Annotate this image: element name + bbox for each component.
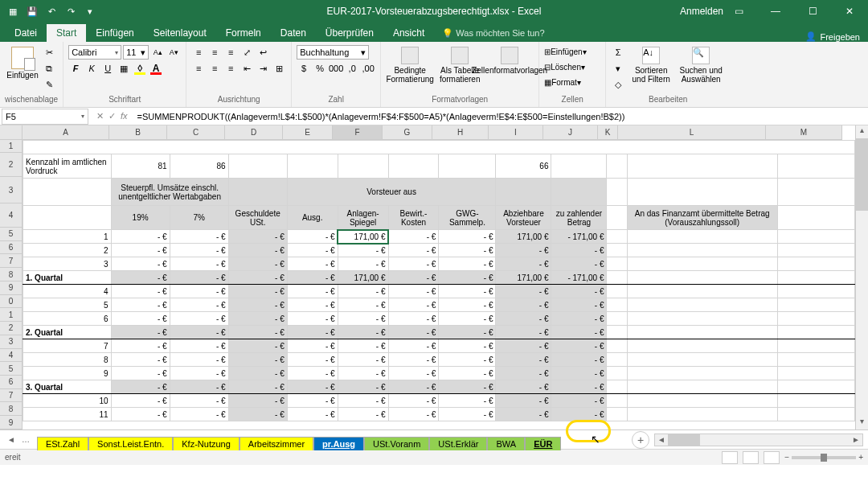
- name-box[interactable]: F5▾: [2, 109, 88, 125]
- fill-icon[interactable]: ▾: [611, 61, 625, 76]
- cell[interactable]: 1. Quartal: [23, 271, 112, 285]
- scroll-left-icon[interactable]: ◄: [655, 435, 668, 444]
- align-bottom-icon[interactable]: ≡: [223, 45, 238, 60]
- tab-einfuegen[interactable]: Einfügen: [86, 24, 143, 42]
- sheet-tab-ustvoranm[interactable]: USt.Voranm: [364, 437, 429, 450]
- font-size-select[interactable]: 11▾: [123, 45, 149, 60]
- zoom-slider[interactable]: [792, 456, 856, 459]
- cell[interactable]: 3. Quartal: [23, 380, 112, 394]
- delete-cells-button[interactable]: ⊟ Löschen ▾: [544, 60, 600, 74]
- align-top-icon[interactable]: ≡: [191, 45, 206, 60]
- col-header[interactable]: H: [432, 125, 489, 140]
- row-header[interactable]: 9: [0, 416, 23, 429]
- fx-icon[interactable]: fx: [121, 111, 128, 121]
- increase-indent-icon[interactable]: ⇥: [256, 61, 270, 76]
- align-center-icon[interactable]: ≡: [207, 61, 222, 76]
- sheet-tab-kfznutzung[interactable]: Kfz-Nutzung: [173, 437, 240, 450]
- row-header[interactable]: 2: [0, 153, 23, 177]
- row-header[interactable]: 8: [0, 402, 23, 416]
- sheet-tab-er[interactable]: EÜR: [525, 437, 561, 450]
- sheet-tab-bwa[interactable]: BWA: [487, 437, 525, 450]
- ribbon-options-icon[interactable]: ▭: [720, 0, 757, 23]
- row-header[interactable]: 7: [0, 254, 23, 268]
- sheet-tab-sonstleistentn[interactable]: Sonst.Leist.Entn.: [88, 437, 173, 450]
- cut-icon[interactable]: ✂: [42, 45, 56, 60]
- row-header[interactable]: 3: [0, 335, 23, 349]
- row-header[interactable]: 2: [0, 322, 23, 335]
- cell[interactable]: GWG-Sammelp.: [439, 206, 496, 230]
- currency-icon[interactable]: $: [297, 61, 311, 76]
- merge-icon[interactable]: ⊞: [272, 61, 286, 76]
- autosum-icon[interactable]: Σ: [611, 45, 625, 60]
- cell[interactable]: An das Finanzamt übermittelte Betrag (Vo…: [627, 206, 777, 230]
- zoom-in-icon[interactable]: +: [858, 453, 863, 462]
- row-header[interactable]: 6: [0, 376, 23, 389]
- thousands-icon[interactable]: 000: [329, 61, 343, 76]
- row-header[interactable]: 0: [0, 295, 23, 309]
- italic-button[interactable]: K: [84, 61, 99, 76]
- cell[interactable]: Geschuldete USt.: [228, 206, 287, 230]
- active-cell[interactable]: 171,00 €: [338, 230, 388, 244]
- col-header[interactable]: M: [766, 125, 842, 140]
- find-select-button[interactable]: 🔍Suchen und Auswählen: [677, 43, 725, 95]
- cell[interactable]: Bewirt.-Kosten: [388, 206, 439, 230]
- scroll-right-icon[interactable]: ►: [850, 435, 862, 444]
- scroll-thumb[interactable]: [856, 138, 868, 211]
- cell[interactable]: zu zahlender Betrag: [551, 206, 607, 230]
- row-header[interactable]: 9: [0, 281, 23, 295]
- tab-daten[interactable]: Daten: [271, 24, 316, 42]
- paste-button[interactable]: Einfügen: [5, 43, 40, 95]
- underline-button[interactable]: U: [100, 61, 115, 76]
- decrease-font-icon[interactable]: A▾: [166, 45, 181, 60]
- sheet-tab-arbeitszimmer[interactable]: Arbeitszimmer: [240, 437, 313, 450]
- tab-ansicht[interactable]: Ansicht: [383, 24, 434, 42]
- row-header[interactable]: 7: [0, 389, 23, 403]
- cell[interactable]: Anlagen-Spiegel: [338, 206, 388, 230]
- align-left-icon[interactable]: ≡: [191, 61, 206, 76]
- redo-icon[interactable]: ↷: [63, 3, 79, 19]
- page-layout-view-icon[interactable]: [743, 451, 759, 464]
- cells-table[interactable]: Kennzahl im amtlichen Vordruck818666 Ste…: [23, 140, 855, 421]
- sign-in-link[interactable]: Anmelden: [680, 6, 723, 17]
- cell[interactable]: 19%: [111, 206, 170, 230]
- tab-nav-prev-icon[interactable]: …: [19, 435, 32, 444]
- insert-cells-button[interactable]: ⊞ Einfügen ▾: [544, 45, 600, 59]
- align-right-icon[interactable]: ≡: [223, 61, 238, 76]
- row-header[interactable]: 1: [0, 140, 23, 154]
- col-header[interactable]: L: [618, 125, 766, 140]
- col-header[interactable]: C: [167, 125, 225, 140]
- align-middle-icon[interactable]: ≡: [207, 45, 222, 60]
- maximize-button[interactable]: ☐: [794, 0, 831, 23]
- col-header[interactable]: I: [489, 125, 543, 140]
- sheet-tab-prausg[interactable]: pr.Ausg: [313, 437, 364, 450]
- tab-start[interactable]: Start: [47, 24, 86, 42]
- cell[interactable]: Ausg.: [287, 206, 338, 230]
- percent-icon[interactable]: %: [313, 61, 327, 76]
- close-button[interactable]: ✕: [831, 0, 868, 23]
- cell[interactable]: 86: [170, 154, 228, 179]
- orientation-icon[interactable]: ⤢: [240, 45, 254, 60]
- wrap-text-icon[interactable]: ↩: [256, 45, 270, 60]
- col-header[interactable]: A: [23, 125, 109, 140]
- share-button[interactable]: 👤 Freigeben: [805, 31, 860, 42]
- select-all-corner[interactable]: [0, 125, 23, 140]
- row-header[interactable]: 5: [0, 228, 23, 241]
- save-icon[interactable]: 💾: [24, 3, 40, 19]
- tab-ueberpruefen[interactable]: Überprüfen: [316, 24, 383, 42]
- normal-view-icon[interactable]: [722, 451, 738, 464]
- sheet-tab-usterklr[interactable]: USt.Erklär: [429, 437, 487, 450]
- row-header[interactable]: 4: [0, 203, 23, 228]
- font-name-select[interactable]: Calibri▾: [68, 45, 121, 60]
- format-cells-button[interactable]: ▦ Format ▾: [544, 76, 600, 89]
- enter-formula-icon[interactable]: ✓: [108, 111, 116, 121]
- col-header[interactable]: E: [283, 125, 333, 140]
- row-header[interactable]: 8: [0, 268, 23, 281]
- cell[interactable]: Steuerpfl. Umsätze einschl. unentgeltlic…: [111, 179, 228, 206]
- row-header[interactable]: 1: [0, 308, 23, 322]
- tell-me-search[interactable]: 💡 Was möchten Sie tun?: [434, 25, 552, 42]
- cell[interactable]: Kennzahl im amtlichen Vordruck: [23, 154, 112, 179]
- sort-filter-button[interactable]: A↓Sortieren und Filtern: [627, 43, 675, 95]
- number-format-select[interactable]: Buchhaltung▾: [297, 45, 369, 60]
- col-header[interactable]: B: [109, 125, 167, 140]
- col-header[interactable]: D: [225, 125, 283, 140]
